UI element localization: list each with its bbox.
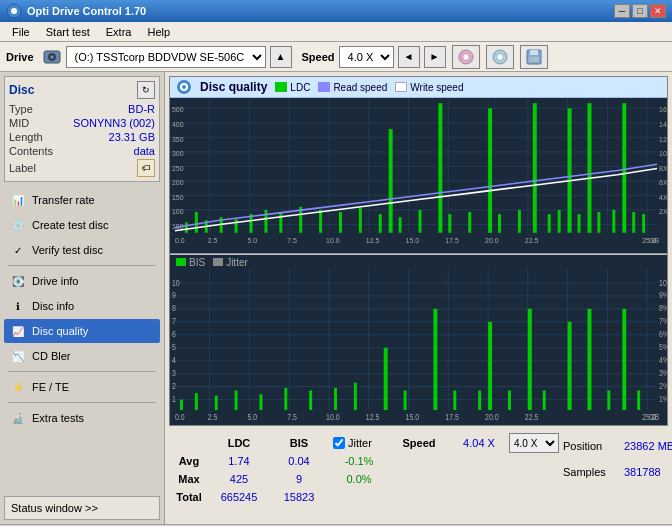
chart-panel: Disc quality LDC Read speed Write speed bbox=[169, 76, 668, 426]
svg-text:2.5: 2.5 bbox=[208, 412, 218, 422]
minimize-button[interactable]: ─ bbox=[614, 4, 630, 18]
menu-help[interactable]: Help bbox=[139, 24, 178, 40]
jitter-legend-color bbox=[213, 258, 223, 266]
nav-disc-info-label: Disc info bbox=[32, 300, 74, 312]
stats-speed-value: 4.04 X bbox=[449, 437, 509, 449]
svg-text:5%: 5% bbox=[659, 342, 667, 352]
disc-label-label: Label bbox=[9, 162, 36, 174]
write-speed-legend-label: Write speed bbox=[410, 82, 463, 93]
maximize-button[interactable]: □ bbox=[632, 4, 648, 18]
bis-legend-color bbox=[176, 258, 186, 266]
write-speed-legend: Write speed bbox=[395, 82, 463, 93]
svg-rect-144 bbox=[637, 390, 640, 409]
svg-rect-44 bbox=[279, 212, 282, 233]
disc-info-icon: ℹ bbox=[10, 298, 26, 314]
svg-text:350: 350 bbox=[172, 135, 184, 143]
bottom-chart: 10 9 8 7 6 5 4 3 2 1 10% 9% 8% bbox=[170, 270, 667, 426]
stats-avg-ldc: 1.74 bbox=[209, 455, 269, 467]
svg-text:12.5: 12.5 bbox=[366, 412, 380, 422]
svg-rect-38 bbox=[195, 212, 198, 233]
svg-text:7: 7 bbox=[172, 316, 176, 326]
nav-drive-info[interactable]: 💽 Drive info bbox=[4, 269, 160, 293]
svg-text:14X: 14X bbox=[659, 121, 667, 129]
close-button[interactable]: ✕ bbox=[650, 4, 666, 18]
nav-transfer-rate[interactable]: 📊 Transfer rate bbox=[4, 188, 160, 212]
speed-select[interactable]: 4.0 X bbox=[339, 46, 394, 68]
stats-max-row: Max 425 9 0.0% bbox=[169, 470, 559, 488]
svg-text:10: 10 bbox=[172, 277, 180, 287]
app-icon bbox=[6, 3, 22, 19]
disc-refresh-button[interactable]: ↻ bbox=[137, 81, 155, 99]
svg-rect-140 bbox=[568, 321, 572, 409]
svg-text:200: 200 bbox=[172, 179, 184, 187]
drive-info-icon: 💽 bbox=[10, 273, 26, 289]
svg-rect-11 bbox=[529, 57, 539, 62]
svg-rect-65 bbox=[597, 212, 600, 233]
svg-rect-10 bbox=[530, 50, 538, 55]
menu-file[interactable]: File bbox=[4, 24, 38, 40]
svg-rect-134 bbox=[453, 390, 456, 409]
svg-text:6%: 6% bbox=[659, 329, 667, 339]
chart-icon bbox=[176, 79, 192, 95]
main-area: Disc ↻ Type BD-R MID SONYNN3 (002) Lengt… bbox=[0, 72, 672, 524]
status-window-button[interactable]: Status window >> bbox=[4, 496, 160, 520]
svg-rect-127 bbox=[284, 387, 287, 409]
content-area: Disc quality LDC Read speed Write speed bbox=[165, 72, 672, 524]
disc-button-1[interactable] bbox=[452, 45, 480, 69]
speed-prev-button[interactable]: ◄ bbox=[398, 46, 420, 68]
stats-avg-row: Avg 1.74 0.04 -0.1% bbox=[169, 452, 559, 470]
sidebar: Disc ↻ Type BD-R MID SONYNN3 (002) Lengt… bbox=[0, 72, 165, 524]
nav-create-test-disc[interactable]: 💿 Create test disc bbox=[4, 213, 160, 237]
svg-rect-54 bbox=[448, 214, 451, 233]
nav-divider-2 bbox=[8, 371, 156, 372]
disc-type-value: BD-R bbox=[128, 103, 155, 115]
svg-rect-128 bbox=[309, 390, 312, 409]
svg-rect-125 bbox=[235, 390, 238, 409]
disc-button-2[interactable] bbox=[486, 45, 514, 69]
menu-extra[interactable]: Extra bbox=[98, 24, 140, 40]
stats-total-bis: 15823 bbox=[269, 491, 329, 503]
speed-next-button[interactable]: ► bbox=[424, 46, 446, 68]
svg-rect-51 bbox=[399, 217, 402, 233]
stats-total-ldc: 665245 bbox=[209, 491, 269, 503]
svg-rect-69 bbox=[642, 214, 645, 233]
disc-mid-label: MID bbox=[9, 117, 29, 129]
svg-text:22.5: 22.5 bbox=[525, 412, 539, 422]
nav-cd-bler[interactable]: 📉 CD Bler bbox=[4, 344, 160, 368]
svg-text:5.0: 5.0 bbox=[248, 412, 258, 422]
stats-speed-select[interactable]: 4.0 X bbox=[509, 433, 559, 453]
drive-eject-button[interactable]: ▲ bbox=[270, 46, 292, 68]
stats-max-label: Max bbox=[169, 473, 209, 485]
svg-text:10X: 10X bbox=[659, 150, 667, 158]
nav-disc-quality[interactable]: 📈 Disc quality bbox=[4, 319, 160, 343]
nav-transfer-rate-label: Transfer rate bbox=[32, 194, 95, 206]
svg-text:2X: 2X bbox=[659, 208, 667, 216]
menu-start-test[interactable]: Start test bbox=[38, 24, 98, 40]
svg-rect-58 bbox=[518, 210, 521, 233]
nav-verify-test-disc[interactable]: ✓ Verify test disc bbox=[4, 238, 160, 262]
samples-label: Samples bbox=[563, 466, 618, 478]
disc-label-icon[interactable]: 🏷 bbox=[137, 159, 155, 177]
nav-fe-te-label: FE / TE bbox=[32, 381, 69, 393]
stats-total-row: Total 665245 15823 bbox=[169, 488, 559, 506]
jitter-checkbox[interactable] bbox=[333, 437, 345, 449]
nav-extra-tests[interactable]: 🔬 Extra tests bbox=[4, 406, 160, 430]
samples-row: Samples 381788 Start part bbox=[563, 460, 672, 484]
svg-rect-46 bbox=[319, 210, 322, 233]
stats-ldc-header: LDC bbox=[209, 437, 269, 449]
save-button[interactable] bbox=[520, 45, 548, 69]
svg-rect-143 bbox=[622, 308, 626, 409]
menu-bar: File Start test Extra Help bbox=[0, 22, 672, 42]
drive-select[interactable]: (O:) TSSTcorp BDDVDW SE-506CB TS02 bbox=[66, 46, 266, 68]
svg-text:8%: 8% bbox=[659, 303, 667, 313]
svg-rect-123 bbox=[195, 393, 198, 410]
svg-rect-133 bbox=[433, 308, 437, 409]
status-window-label: Status window >> bbox=[11, 502, 98, 514]
cd-bler-icon: 📉 bbox=[10, 348, 26, 364]
svg-rect-60 bbox=[548, 214, 551, 233]
svg-rect-135 bbox=[478, 390, 481, 409]
nav-fe-te[interactable]: ⚡ FE / TE bbox=[4, 375, 160, 399]
read-speed-legend-color bbox=[318, 82, 330, 92]
disc-type-label: Type bbox=[9, 103, 33, 115]
nav-disc-info[interactable]: ℹ Disc info bbox=[4, 294, 160, 318]
